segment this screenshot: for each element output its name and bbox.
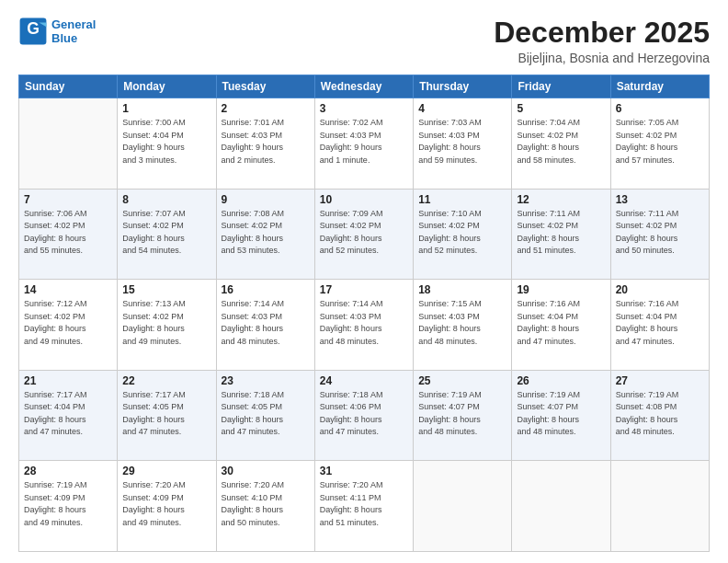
day-info: Sunrise: 7:20 AM Sunset: 4:11 PM Dayligh… <box>320 479 408 529</box>
calendar-cell: 26Sunrise: 7:19 AM Sunset: 4:07 PM Dayli… <box>512 370 610 461</box>
day-info: Sunrise: 7:08 AM Sunset: 4:02 PM Dayligh… <box>222 208 310 258</box>
day-info: Sunrise: 7:20 AM Sunset: 4:10 PM Dayligh… <box>222 479 310 529</box>
day-number: 21 <box>24 374 112 387</box>
calendar-cell: 12Sunrise: 7:11 AM Sunset: 4:02 PM Dayli… <box>512 189 610 280</box>
day-number: 27 <box>616 374 704 387</box>
day-number: 31 <box>320 465 408 477</box>
day-info: Sunrise: 7:12 AM Sunset: 4:02 PM Dayligh… <box>24 298 112 348</box>
weekday-header-saturday: Saturday <box>610 75 709 98</box>
title-block: December 2025 Bijeljina, Bosnia and Herz… <box>494 17 710 65</box>
calendar-cell: 29Sunrise: 7:20 AM Sunset: 4:09 PM Dayli… <box>118 461 216 552</box>
day-number: 13 <box>616 193 704 206</box>
calendar-cell: 13Sunrise: 7:11 AM Sunset: 4:02 PM Dayli… <box>610 189 709 280</box>
day-info: Sunrise: 7:06 AM Sunset: 4:02 PM Dayligh… <box>24 208 112 258</box>
day-info: Sunrise: 7:11 AM Sunset: 4:02 PM Dayligh… <box>616 208 704 258</box>
day-number: 1 <box>122 102 210 115</box>
week-row-2: 7Sunrise: 7:06 AM Sunset: 4:02 PM Daylig… <box>19 189 710 280</box>
weekday-header-sunday: Sunday <box>19 75 118 98</box>
week-row-1: 1Sunrise: 7:00 AM Sunset: 4:04 PM Daylig… <box>19 98 710 190</box>
day-number: 4 <box>418 102 506 115</box>
week-row-5: 28Sunrise: 7:19 AM Sunset: 4:09 PM Dayli… <box>19 461 710 552</box>
calendar-cell: 10Sunrise: 7:09 AM Sunset: 4:02 PM Dayli… <box>314 189 413 280</box>
day-info: Sunrise: 7:16 AM Sunset: 4:04 PM Dayligh… <box>517 298 605 348</box>
header: G General Blue December 2025 Bijeljina, … <box>18 17 710 65</box>
calendar-cell <box>512 461 610 552</box>
day-number: 23 <box>222 374 310 387</box>
calendar-cell: 9Sunrise: 7:08 AM Sunset: 4:02 PM Daylig… <box>216 189 314 280</box>
day-info: Sunrise: 7:16 AM Sunset: 4:04 PM Dayligh… <box>616 298 704 348</box>
calendar-cell: 4Sunrise: 7:03 AM Sunset: 4:03 PM Daylig… <box>414 98 512 190</box>
day-info: Sunrise: 7:17 AM Sunset: 4:05 PM Dayligh… <box>122 389 210 439</box>
day-info: Sunrise: 7:02 AM Sunset: 4:03 PM Dayligh… <box>320 117 408 167</box>
day-number: 30 <box>222 465 310 477</box>
day-number: 5 <box>517 102 605 115</box>
day-number: 22 <box>122 374 210 387</box>
calendar-cell: 15Sunrise: 7:13 AM Sunset: 4:02 PM Dayli… <box>118 280 216 371</box>
day-info: Sunrise: 7:15 AM Sunset: 4:03 PM Dayligh… <box>418 298 506 348</box>
day-info: Sunrise: 7:03 AM Sunset: 4:03 PM Dayligh… <box>418 117 506 167</box>
day-number: 11 <box>418 193 506 206</box>
day-number: 24 <box>320 374 408 387</box>
calendar-cell: 17Sunrise: 7:14 AM Sunset: 4:03 PM Dayli… <box>314 280 413 371</box>
logo-icon: G <box>18 17 48 46</box>
day-info: Sunrise: 7:17 AM Sunset: 4:04 PM Dayligh… <box>24 389 112 439</box>
day-number: 14 <box>24 283 112 296</box>
logo: G General Blue <box>18 17 96 46</box>
day-number: 10 <box>320 193 408 206</box>
weekday-header-wednesday: Wednesday <box>314 75 413 98</box>
weekday-header-thursday: Thursday <box>414 75 512 98</box>
calendar-cell: 3Sunrise: 7:02 AM Sunset: 4:03 PM Daylig… <box>314 98 413 190</box>
calendar-cell <box>610 461 709 552</box>
day-info: Sunrise: 7:19 AM Sunset: 4:07 PM Dayligh… <box>418 389 506 439</box>
calendar: SundayMondayTuesdayWednesdayThursdayFrid… <box>18 75 710 552</box>
day-info: Sunrise: 7:10 AM Sunset: 4:02 PM Dayligh… <box>418 208 506 258</box>
day-number: 28 <box>24 465 112 477</box>
day-number: 6 <box>616 102 704 115</box>
location: Bijeljina, Bosnia and Herzegovina <box>494 51 710 65</box>
calendar-cell: 14Sunrise: 7:12 AM Sunset: 4:02 PM Dayli… <box>19 280 118 371</box>
calendar-body: 1Sunrise: 7:00 AM Sunset: 4:04 PM Daylig… <box>19 98 710 552</box>
day-info: Sunrise: 7:05 AM Sunset: 4:02 PM Dayligh… <box>616 117 704 167</box>
calendar-cell: 22Sunrise: 7:17 AM Sunset: 4:05 PM Dayli… <box>118 370 216 461</box>
day-info: Sunrise: 7:04 AM Sunset: 4:02 PM Dayligh… <box>517 117 605 167</box>
calendar-cell: 8Sunrise: 7:07 AM Sunset: 4:02 PM Daylig… <box>118 189 216 280</box>
day-number: 18 <box>418 283 506 296</box>
month-title: December 2025 <box>494 17 710 49</box>
day-info: Sunrise: 7:18 AM Sunset: 4:06 PM Dayligh… <box>320 389 408 439</box>
day-number: 29 <box>122 465 210 477</box>
calendar-cell: 19Sunrise: 7:16 AM Sunset: 4:04 PM Dayli… <box>512 280 610 371</box>
day-number: 17 <box>320 283 408 296</box>
svg-text:G: G <box>27 19 40 38</box>
calendar-cell: 28Sunrise: 7:19 AM Sunset: 4:09 PM Dayli… <box>19 461 118 552</box>
calendar-cell: 2Sunrise: 7:01 AM Sunset: 4:03 PM Daylig… <box>216 98 314 190</box>
calendar-cell: 27Sunrise: 7:19 AM Sunset: 4:08 PM Dayli… <box>610 370 709 461</box>
calendar-cell <box>414 461 512 552</box>
calendar-cell: 7Sunrise: 7:06 AM Sunset: 4:02 PM Daylig… <box>19 189 118 280</box>
day-number: 15 <box>122 283 210 296</box>
calendar-cell: 30Sunrise: 7:20 AM Sunset: 4:10 PM Dayli… <box>216 461 314 552</box>
day-number: 7 <box>24 193 112 206</box>
weekday-header-row: SundayMondayTuesdayWednesdayThursdayFrid… <box>19 75 710 98</box>
day-number: 26 <box>517 374 605 387</box>
day-info: Sunrise: 7:19 AM Sunset: 4:08 PM Dayligh… <box>616 389 704 439</box>
calendar-cell: 6Sunrise: 7:05 AM Sunset: 4:02 PM Daylig… <box>610 98 709 190</box>
day-info: Sunrise: 7:20 AM Sunset: 4:09 PM Dayligh… <box>122 479 210 529</box>
day-number: 8 <box>122 193 210 206</box>
calendar-cell: 20Sunrise: 7:16 AM Sunset: 4:04 PM Dayli… <box>610 280 709 371</box>
day-info: Sunrise: 7:09 AM Sunset: 4:02 PM Dayligh… <box>320 208 408 258</box>
page: G General Blue December 2025 Bijeljina, … <box>0 0 728 563</box>
day-number: 16 <box>222 283 310 296</box>
day-info: Sunrise: 7:13 AM Sunset: 4:02 PM Dayligh… <box>122 298 210 348</box>
day-number: 2 <box>222 102 310 115</box>
day-info: Sunrise: 7:14 AM Sunset: 4:03 PM Dayligh… <box>320 298 408 348</box>
day-info: Sunrise: 7:19 AM Sunset: 4:09 PM Dayligh… <box>24 479 112 529</box>
week-row-3: 14Sunrise: 7:12 AM Sunset: 4:02 PM Dayli… <box>19 280 710 371</box>
day-number: 3 <box>320 102 408 115</box>
day-info: Sunrise: 7:19 AM Sunset: 4:07 PM Dayligh… <box>517 389 605 439</box>
day-number: 20 <box>616 283 704 296</box>
calendar-cell: 31Sunrise: 7:20 AM Sunset: 4:11 PM Dayli… <box>314 461 413 552</box>
calendar-cell: 24Sunrise: 7:18 AM Sunset: 4:06 PM Dayli… <box>314 370 413 461</box>
weekday-header-friday: Friday <box>512 75 610 98</box>
calendar-cell: 25Sunrise: 7:19 AM Sunset: 4:07 PM Dayli… <box>414 370 512 461</box>
calendar-cell: 18Sunrise: 7:15 AM Sunset: 4:03 PM Dayli… <box>414 280 512 371</box>
